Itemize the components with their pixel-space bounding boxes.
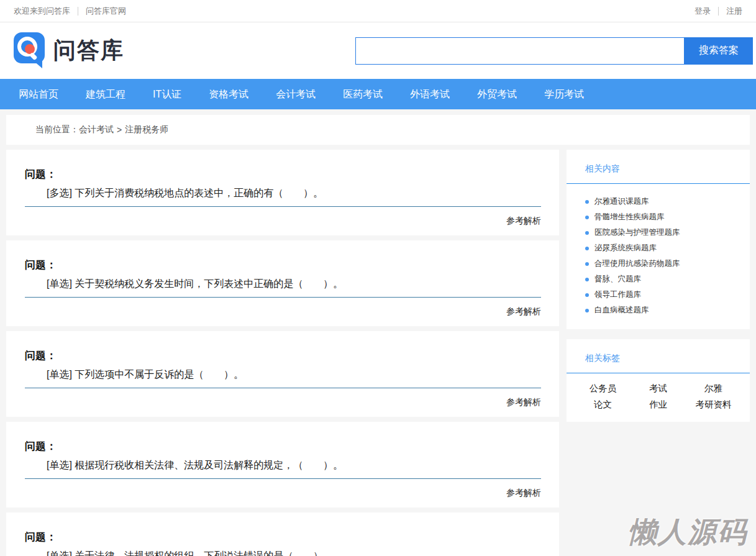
breadcrumb-category-link[interactable]: 会计考试: [79, 124, 114, 135]
list-item-label: 尔雅通识课题库: [594, 196, 649, 207]
search-button[interactable]: 搜索答案: [685, 37, 753, 65]
analysis-row: 参考解析: [25, 487, 541, 499]
list-item[interactable]: 骨髓增生性疾病题库: [567, 209, 750, 225]
list-item-label: 泌尿系统疾病题库: [594, 243, 657, 253]
analysis-link[interactable]: 参考解析: [506, 397, 541, 407]
divider: [25, 297, 541, 298]
search-input[interactable]: [355, 37, 685, 65]
bullet-icon: [585, 200, 589, 204]
divider: [718, 7, 719, 16]
question-card: 问题： [单选] 下列选项中不属于反诉的是（ ）。 参考解析: [6, 331, 559, 417]
official-site-link[interactable]: 问答库官网: [86, 6, 126, 17]
breadcrumb-label: 当前位置：: [35, 124, 79, 135]
topbar-right: 登录 注册: [695, 6, 742, 17]
question-label: 问题：: [25, 349, 541, 363]
bullet-icon: [585, 216, 589, 219]
bullet-icon: [585, 278, 589, 281]
question-label: 问题：: [25, 167, 541, 181]
nav-item-education[interactable]: 学历考试: [531, 79, 598, 109]
list-item-label: 领导工作题库: [594, 289, 641, 300]
tag-link[interactable]: 尔雅: [686, 381, 741, 396]
bullet-icon: [585, 262, 589, 266]
nav-item-qualification[interactable]: 资格考试: [195, 79, 262, 109]
list-item[interactable]: 领导工作题库: [567, 287, 750, 303]
main-content: 问题： [多选] 下列关于消费税纳税地点的表述中，正确的有（ ）。 参考解析 问…: [6, 150, 750, 556]
breadcrumb: 当前位置： 会计考试 > 注册税务师: [6, 115, 750, 145]
bullet-icon: [585, 247, 589, 250]
nav-item-foreign-trade[interactable]: 外贸考试: [463, 79, 531, 109]
question-text: [多选] 下列关于消费税纳税地点的表述中，正确的有（ ）。: [25, 187, 541, 200]
analysis-row: 参考解析: [25, 396, 541, 408]
nav-item-foreign-language[interactable]: 外语考试: [396, 79, 463, 109]
list-item-label: 骨髓增生性疾病题库: [594, 212, 665, 222]
question-text: [单选] 关于法律、法规授权的组织，下列说法错误的是（ ）。: [25, 550, 541, 556]
sidebar: 相关内容 尔雅通识课题库 骨髓增生性疾病题库 医院感染与护理管理题库 泌尿系统疾…: [567, 150, 750, 422]
related-content-card: 相关内容 尔雅通识课题库 骨髓增生性疾病题库 医院感染与护理管理题库 泌尿系统疾…: [567, 150, 750, 329]
list-item[interactable]: 白血病概述题库: [567, 303, 750, 318]
analysis-row: 参考解析: [25, 306, 541, 317]
list-item[interactable]: 督脉、穴题库: [567, 271, 750, 287]
divider: [25, 206, 541, 207]
divider: [25, 388, 541, 388]
related-tags-card: 相关标签 公务员 考试 尔雅 论文 作业 考研资料: [567, 339, 750, 422]
divider: [25, 478, 541, 479]
nav-item-accounting[interactable]: 会计考试: [262, 79, 329, 109]
header: 问答库 搜索答案: [0, 22, 756, 79]
tag-link[interactable]: 考研资料: [686, 397, 741, 412]
topbar-left: 欢迎来到问答库 问答库官网: [14, 6, 126, 17]
analysis-link[interactable]: 参考解析: [506, 488, 541, 498]
related-tags-title: 相关标签: [567, 339, 750, 373]
analysis-link[interactable]: 参考解析: [506, 216, 541, 226]
list-item-label: 医院感染与护理管理题库: [594, 227, 680, 238]
list-item-label: 合理使用抗感染药物题库: [594, 258, 680, 269]
question-label: 问题：: [25, 258, 541, 272]
nav-item-it-cert[interactable]: IT认证: [139, 79, 195, 109]
tag-link[interactable]: 公务员: [575, 381, 631, 396]
question-list: 问题： [多选] 下列关于消费税纳税地点的表述中，正确的有（ ）。 参考解析 问…: [6, 150, 559, 556]
nav-item-home[interactable]: 网站首页: [5, 79, 72, 109]
bullet-icon: [585, 309, 589, 312]
list-item[interactable]: 合理使用抗感染药物题库: [567, 256, 750, 271]
login-link[interactable]: 登录: [695, 6, 711, 17]
nav-item-construction[interactable]: 建筑工程: [72, 79, 139, 109]
search-bar: 搜索答案: [355, 37, 753, 65]
nav-item-medical[interactable]: 医药考试: [329, 79, 396, 109]
logo-speech-bubble-icon: [12, 31, 47, 71]
related-content-title: 相关内容: [567, 150, 750, 184]
tag-link[interactable]: 论文: [575, 397, 631, 412]
list-item[interactable]: 医院感染与护理管理题库: [567, 225, 750, 240]
breadcrumb-current-link[interactable]: 注册税务师: [125, 124, 168, 135]
site-logo[interactable]: 问答库: [12, 31, 124, 71]
question-card: 问题： [单选] 根据现行税收相关法律、法规及司法解释的规定，（ ）。 参考解析: [6, 422, 559, 508]
list-item[interactable]: 尔雅通识课题库: [567, 194, 750, 209]
divider: [78, 7, 78, 16]
list-item[interactable]: 泌尿系统疾病题库: [567, 240, 750, 256]
bullet-icon: [585, 231, 589, 235]
analysis-link[interactable]: 参考解析: [506, 306, 541, 316]
analysis-row: 参考解析: [25, 215, 541, 227]
topbar: 欢迎来到问答库 问答库官网 登录 注册: [0, 0, 756, 22]
list-item-label: 督脉、穴题库: [594, 274, 641, 285]
breadcrumb-separator: >: [117, 125, 122, 135]
logo-text: 问答库: [53, 35, 124, 66]
question-text: [单选] 下列选项中不属于反诉的是（ ）。: [25, 368, 541, 381]
list-item-label: 白血病概述题库: [594, 305, 649, 316]
tag-grid: 公务员 考试 尔雅 论文 作业 考研资料: [567, 373, 750, 422]
question-card: 问题： [单选] 关于法律、法规授权的组织，下列说法错误的是（ ）。 参考解析: [6, 513, 559, 556]
register-link[interactable]: 注册: [726, 6, 742, 17]
question-card: 问题： [单选] 关于契税纳税义务发生时间，下列表述中正确的是（ ）。 参考解析: [6, 240, 559, 326]
question-label: 问题：: [25, 439, 541, 453]
related-content-list: 尔雅通识课题库 骨髓增生性疾病题库 医院感染与护理管理题库 泌尿系统疾病题库 合…: [567, 184, 750, 329]
question-text: [单选] 关于契税纳税义务发生时间，下列表述中正确的是（ ）。: [25, 278, 541, 291]
question-label: 问题：: [25, 530, 541, 544]
bullet-icon: [585, 293, 589, 297]
welcome-text: 欢迎来到问答库: [14, 6, 70, 17]
tag-link[interactable]: 考试: [631, 381, 686, 396]
question-card: 问题： [多选] 下列关于消费税纳税地点的表述中，正确的有（ ）。 参考解析: [6, 150, 559, 235]
question-text: [单选] 根据现行税收相关法律、法规及司法解释的规定，（ ）。: [25, 459, 541, 472]
main-nav: 网站首页 建筑工程 IT认证 资格考试 会计考试 医药考试 外语考试 外贸考试 …: [0, 79, 756, 109]
tag-link[interactable]: 作业: [631, 397, 686, 412]
